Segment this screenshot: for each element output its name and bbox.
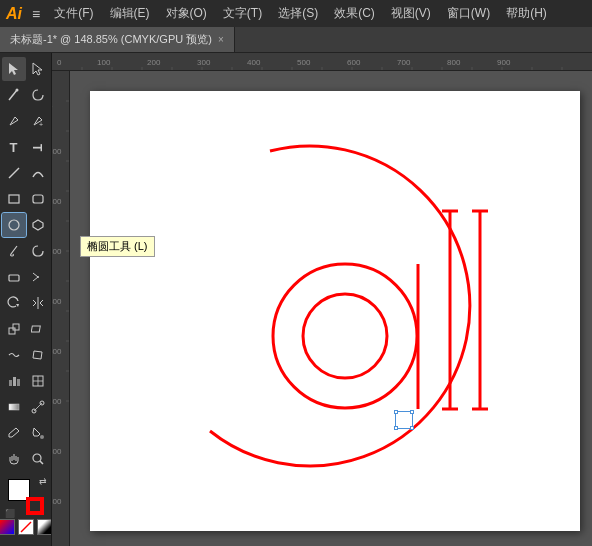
scissors-tool[interactable] (26, 265, 50, 289)
scale-tool[interactable] (2, 317, 26, 341)
tool-row-brush (0, 239, 51, 263)
none-icon[interactable] (18, 519, 34, 535)
svg-line-31 (40, 461, 43, 464)
svg-rect-20 (9, 380, 12, 386)
rounded-rect-tool[interactable] (26, 187, 50, 211)
paint-bucket-tool[interactable] (26, 421, 50, 445)
selection-cursor (395, 411, 413, 429)
gradient-swatch-icon[interactable] (37, 519, 53, 535)
svg-line-32 (21, 522, 31, 532)
toolbar: + T T (0, 53, 52, 546)
ruler-left: 0 100 200 300 400 500 600 700 800 900 (52, 71, 70, 546)
ruler-top: 0 100 200 300 400 500 600 700 800 900 (52, 53, 592, 71)
add-anchor-tool[interactable]: + (26, 109, 50, 133)
magic-wand-tool[interactable] (2, 83, 26, 107)
menu-effect[interactable]: 效果(C) (328, 3, 381, 24)
hand-tool[interactable] (2, 447, 26, 471)
svg-text:300: 300 (52, 247, 62, 256)
line-segment-tool[interactable] (2, 161, 26, 185)
mesh-tool[interactable] (26, 369, 50, 393)
tool-row-eyedropper (0, 421, 51, 445)
artwork-svg (90, 91, 580, 531)
svg-point-2 (15, 89, 18, 92)
arc-tool[interactable] (26, 161, 50, 185)
vertical-type-tool[interactable]: T (26, 135, 50, 159)
tool-row-scale (0, 317, 51, 341)
svg-point-30 (33, 454, 41, 462)
svg-marker-1 (33, 63, 42, 75)
svg-marker-14 (16, 304, 19, 307)
shear-tool[interactable] (26, 317, 50, 341)
title-bar: Ai ≡ 文件(F) 编辑(E) 对象(O) 文字(T) 选择(S) 效果(C)… (0, 0, 592, 27)
menu-object[interactable]: 对象(O) (160, 3, 213, 24)
menu-select[interactable]: 选择(S) (272, 3, 324, 24)
svg-rect-26 (9, 404, 19, 410)
warp-tool[interactable] (2, 343, 26, 367)
tool-row-hand (0, 447, 51, 471)
svg-point-29 (40, 435, 44, 439)
svg-text:100: 100 (97, 58, 111, 67)
menu-bar-icon: ≡ (32, 6, 40, 22)
color-icon[interactable] (0, 519, 15, 535)
document-tab[interactable]: 未标题-1* @ 148.85% (CMYK/GPU 预览) × (0, 27, 235, 52)
svg-rect-21 (13, 377, 16, 386)
menu-help[interactable]: 帮助(H) (500, 3, 553, 24)
svg-rect-6 (9, 195, 19, 203)
artboard-container[interactable] (70, 71, 592, 546)
tool-row-selection (0, 57, 51, 81)
blob-brush-tool[interactable] (26, 239, 50, 263)
gradient-tool[interactable] (2, 395, 26, 419)
color-boxes: ⇄ ⬛ (8, 479, 44, 515)
svg-text:500: 500 (52, 347, 62, 356)
svg-text:100: 100 (52, 147, 62, 156)
tool-row-rect (0, 187, 51, 211)
eyedropper-tool[interactable] (2, 421, 26, 445)
artboard (90, 91, 580, 531)
color-area: ⇄ ⬛ (0, 479, 51, 535)
tool-row-eraser (0, 265, 51, 289)
svg-text:300: 300 (197, 58, 211, 67)
pen-tool[interactable] (2, 109, 26, 133)
svg-text:400: 400 (52, 297, 62, 306)
stroke-box[interactable] (26, 497, 44, 515)
color-mode-row (0, 519, 52, 535)
tool-row-gradient (0, 395, 51, 419)
menu-file[interactable]: 文件(F) (48, 3, 99, 24)
menu-bar: 文件(F) 编辑(E) 对象(O) 文字(T) 选择(S) 效果(C) 视图(V… (48, 3, 553, 24)
direct-selection-tool[interactable] (26, 57, 50, 81)
menu-window[interactable]: 窗口(W) (441, 3, 496, 24)
svg-rect-62 (52, 71, 70, 546)
reflect-tool[interactable] (26, 291, 50, 315)
type-tool[interactable]: T (2, 135, 26, 159)
rectangle-tool[interactable] (2, 187, 26, 211)
svg-rect-18 (31, 326, 40, 332)
lasso-tool[interactable] (26, 83, 50, 107)
swap-colors-icon[interactable]: ⇄ (39, 476, 47, 486)
default-colors-icon[interactable]: ⬛ (5, 509, 15, 518)
tab-close-button[interactable]: × (218, 34, 224, 45)
svg-text:400: 400 (247, 58, 261, 67)
blend-tool[interactable] (26, 395, 50, 419)
tool-row-ellipse (0, 213, 51, 237)
free-distort-tool[interactable] (26, 343, 50, 367)
svg-text:600: 600 (52, 397, 62, 406)
letter-a-outer-circle (273, 264, 417, 408)
menu-edit[interactable]: 编辑(E) (104, 3, 156, 24)
svg-rect-17 (13, 324, 19, 330)
ai-logo: Ai (6, 5, 22, 23)
canvas-area[interactable]: 0 100 200 300 400 500 600 700 800 900 (52, 53, 592, 546)
svg-rect-7 (33, 195, 43, 203)
eraser-tool[interactable] (2, 265, 26, 289)
selection-tool[interactable] (2, 57, 26, 81)
rotate-tool[interactable] (2, 291, 26, 315)
zoom-tool[interactable] (26, 447, 50, 471)
ruler-top-svg: 0 100 200 300 400 500 600 700 800 900 (52, 53, 592, 71)
tool-row-line (0, 161, 51, 185)
tool-row-pen: + (0, 109, 51, 133)
menu-view[interactable]: 视图(V) (385, 3, 437, 24)
paintbrush-tool[interactable] (2, 239, 26, 263)
graph-tool[interactable] (2, 369, 26, 393)
polygon-tool[interactable] (26, 213, 50, 237)
menu-type[interactable]: 文字(T) (217, 3, 268, 24)
ellipse-tool[interactable] (2, 213, 26, 237)
